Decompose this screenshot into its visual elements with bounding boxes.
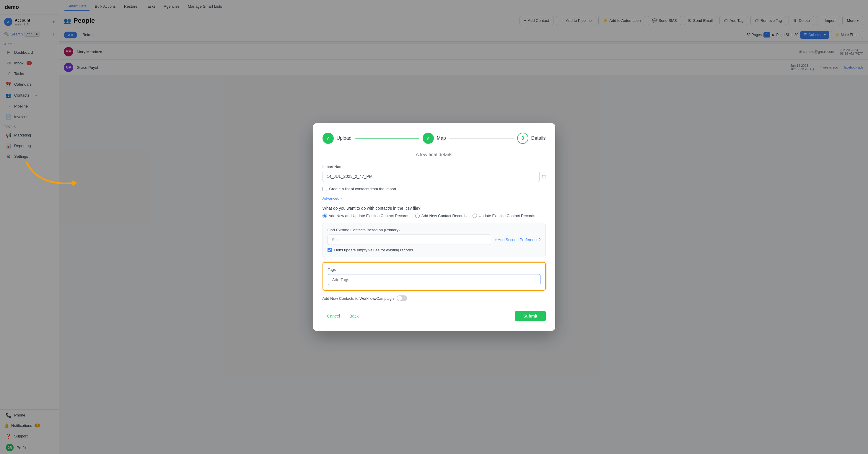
dont-update-checkbox[interactable] [328,248,332,252]
find-contacts-label: Find Existing Contacts Based on (Primary… [328,228,541,232]
step-connector-1 [355,138,419,139]
workflow-row: Add New Contacts to Workflow/Campaign [322,295,546,301]
create-list-checkbox[interactable] [322,187,327,191]
workflow-toggle[interactable] [397,295,407,301]
find-contacts-select[interactable]: Select [328,235,491,245]
step-upload-circle: ✓ [322,132,334,144]
radio-add-new-only-label: Add New Contact Records [422,214,467,218]
tags-input[interactable] [328,274,540,285]
radio-add-new-only[interactable]: Add New Contact Records [415,214,467,218]
arrow-annotation [21,156,92,192]
radio-add-new-only-input[interactable] [415,214,420,218]
create-list-row: Create a list of contacts from the impor… [322,187,546,191]
submit-button[interactable]: Submit [515,311,546,322]
import-icon-btn[interactable]: ⬚ [542,174,546,179]
import-name-input[interactable] [322,171,539,182]
step-details-label: Details [531,135,546,141]
advanced-label: Advanced [322,196,340,201]
radio-add-new-update[interactable]: Add New and Update Existing Contact Reco… [322,214,409,218]
modal-overlay: ✓ Upload ✓ Map 3 Details A few final det… [0,0,868,454]
create-list-label: Create a list of contacts from the impor… [329,187,396,191]
step-map: ✓ Map [423,132,446,144]
radio-options-row: Add New and Update Existing Contact Reco… [322,214,546,218]
radio-group-question: What do you want to do with contact/s in… [322,206,546,211]
radio-update-only-label: Update Existing Contact Records [479,214,535,218]
step-map-label: Map [437,135,446,141]
step-upload: ✓ Upload [322,132,352,144]
advanced-chevron-icon: › [341,196,342,201]
dont-update-label: Don't update empty values for existing r… [334,248,413,252]
step-map-circle: ✓ [423,132,434,144]
cancel-button[interactable]: Cancel [322,311,345,321]
stepper: ✓ Upload ✓ Map 3 Details [322,132,546,144]
step-details: 3 Details [517,132,546,144]
tags-label: Tags [328,267,540,272]
radio-update-only-input[interactable] [472,214,477,218]
advanced-link[interactable]: Advanced › [322,196,342,201]
find-contacts-section: Find Existing Contacts Based on (Primary… [322,223,546,257]
dont-update-row: Don't update empty values for existing r… [328,248,541,252]
dialog-subtitle: A few final details [322,152,546,157]
import-dialog: ✓ Upload ✓ Map 3 Details A few final det… [313,123,555,331]
add-preference-button[interactable]: + Add Second Preference? [495,238,541,242]
tags-section: Tags [322,262,546,291]
step-details-circle: 3 [517,132,528,144]
step-upload-label: Upload [337,135,352,141]
svg-marker-0 [72,180,78,186]
radio-add-new-update-input[interactable] [322,214,327,218]
radio-add-new-update-label: Add New and Update Existing Contact Reco… [329,214,409,218]
step-connector-2 [450,138,514,139]
import-name-label: Import Name [322,164,546,169]
back-button[interactable]: Back [345,311,363,321]
dialog-footer: Cancel Back Submit [322,306,546,322]
select-row: Select + Add Second Preference? [328,235,541,245]
import-name-group: Import Name ⬚ [322,164,546,182]
radio-update-only[interactable]: Update Existing Contact Records [472,214,535,218]
workflow-label: Add New Contacts to Workflow/Campaign [322,296,394,301]
